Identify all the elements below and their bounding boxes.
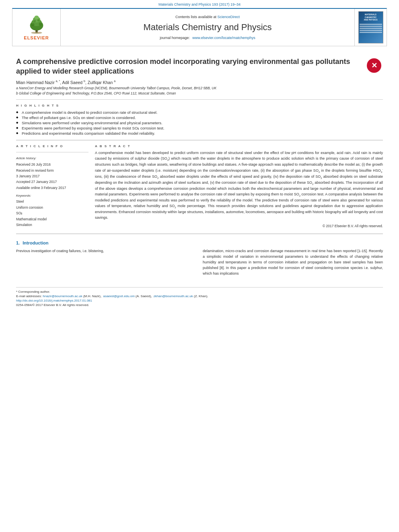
keyword-3: SO₂ [16,210,88,216]
history-entry-5: Available online 3 February 2017 [16,185,88,191]
article-history-label: Article history: [16,156,88,160]
history-entry-2: Received in revised form [16,168,88,173]
intro-left-text: Previous investigation of coating failur… [16,249,196,254]
footer-issn: 0254-0584/© 2017 Elsevier B.V. All right… [16,303,383,307]
svg-point-9 [37,19,39,21]
keyword-4: Mathematical model [16,216,88,222]
cover-title-line3: AND PHYSICS [364,18,377,21]
abstract-column: A B S T R A C T A comprehensive model ha… [95,144,383,228]
keyword-2: Uniform corrosion [16,205,88,210]
highlights-section: H I G H L I G H T S A comprehensive mode… [16,104,383,136]
article-title: A comprehensive predictive corrosion mod… [16,57,363,76]
highlight-item-2: The effect of pollutant gas i.e. SO₂ on … [16,115,383,120]
section-title-introduction: 1. Introduction [16,240,383,245]
elsevier-tree-icon [25,14,49,35]
svg-point-7 [39,23,41,25]
journal-header-right: MATERIALS CHEMISTRY AND PHYSICS [354,9,387,46]
journal-citation: Materials Chemistry and Physics 193 (201… [158,2,241,6]
footer-email-line: E-mail addresses: hnazir@bournemouth.ac.… [16,294,383,298]
footer-email-1[interactable]: hnazir@bournemouth.ac.uk [43,294,82,298]
keyword-1: Steel [16,199,88,204]
journal-header-center: Contents lists available at ScienceDirec… [61,9,354,46]
journal-meta-top: Materials Chemistry and Physics 193 (201… [0,0,399,8]
svg-point-8 [33,20,35,22]
footer-email-1-name: (M.H. Nazir), [83,294,101,298]
keyword-5: Simulation [16,222,88,228]
footer-email-3-suffix: (Z. Khan). [194,294,208,298]
footer-email-3[interactable]: zkhan@bournemouth.ac.uk [154,294,193,298]
svg-point-6 [31,23,34,26]
page: Materials Chemistry and Physics 193 (201… [0,0,399,532]
journal-header-left: ELSEVIER [12,9,61,46]
affiliation-a: a NanoCorr Energy and Modelling Research… [16,86,383,90]
highlights-list: A comprehensive model is developed to pr… [16,110,383,136]
authors-line: Mian Hammad Nazir a, *, Adil Saeed b, Zu… [16,80,383,85]
highlight-item-5: Predictions and experimental results com… [16,131,383,136]
history-entry-4: Accepted 27 January 2017 [16,179,88,185]
abstract-label: A B S T R A C T [95,144,383,148]
crossmark-icon[interactable]: ✕ [367,58,381,73]
highlight-item-1: A comprehensive model is developed to pr… [16,110,383,115]
article-history-entries: Received 26 July 2016 Received in revise… [16,162,88,191]
author-affil-b: b [84,80,85,82]
footer-email-2-suffix: (A. Saeed), [136,294,152,298]
history-entry-3: 3 January 2017 [16,173,88,179]
copyright-notice: © 2017 Elsevier B.V. All rights reserved… [95,224,383,228]
intro-right-text: delamination, micro-cracks and corrosion… [203,249,383,277]
svg-point-1 [31,32,42,34]
footer-email-2[interactable]: asaeed@gcet.edu.om [103,294,134,298]
introduction-left-col: Previous investigation of coating failur… [16,249,196,277]
introduction-section: 1. Introduction Previous investigation o… [16,240,383,277]
footer-doi-link[interactable]: http://dx.doi.org/10.1016/j.matchemphys.… [16,299,92,302]
author-affil-c: a [114,80,115,82]
sciencedirect-anchor[interactable]: ScienceDirect [218,15,240,19]
highlight-item-4: Experiments were performed by exposing s… [16,125,383,131]
svg-point-10 [35,30,37,32]
introduction-right-col: delamination, micro-cracks and corrosion… [203,249,383,277]
introduction-columns: Previous investigation of coating failur… [16,249,383,277]
abstract-text: A comprehensive model has been developed… [95,150,383,221]
article-info-abstract: A R T I C L E I N F O Article history: R… [16,144,383,228]
elsevier-logo: ELSEVIER [24,14,49,40]
article-info-column: A R T I C L E I N F O Article history: R… [16,144,88,228]
divider-3 [16,234,383,234]
journal-homepage-link[interactable]: www.elsevier.com/locate/matchemphys [192,36,255,40]
main-content: A comprehensive predictive corrosion mod… [0,46,399,281]
divider-1 [16,99,383,100]
journal-homepage: journal homepage: www.elsevier.com/locat… [160,36,255,40]
article-info-label: A R T I C L E I N F O [16,144,88,148]
keywords-label: Keywords: [16,194,88,197]
highlight-item-3: Simulations were performed under varying… [16,120,383,125]
author-affil-a: a, * [56,80,60,82]
divider-2 [16,140,383,140]
affiliation-b: b Global College of Engineering and Tech… [16,91,383,95]
elsevier-brand-text: ELSEVIER [24,35,49,40]
footer-doi[interactable]: http://dx.doi.org/10.1016/j.matchemphys.… [16,299,383,302]
journal-cover-image: MATERIALS CHEMISTRY AND PHYSICS [358,11,383,43]
page-footer: * Corresponding author. E-mail addresses… [16,287,383,307]
article-title-section: A comprehensive predictive corrosion mod… [16,57,383,76]
sciencedirect-link[interactable]: Contents lists available at ScienceDirec… [175,15,240,19]
cover-decorative-lines [360,23,382,34]
footer-corresponding-note: * Corresponding author. [16,290,383,294]
journal-title: Materials Chemistry and Physics [143,22,271,33]
keywords-list: Steel Uniform corrosion SO₂ Mathematical… [16,199,88,228]
crossmark-container[interactable]: ✕ [367,57,383,73]
svg-point-5 [34,16,39,19]
journal-header: ELSEVIER Contents lists available at Sci… [12,8,387,46]
history-entry-1: Received 26 July 2016 [16,162,88,167]
footer-email-label: E-mail addresses: [16,294,43,298]
divider-info [16,152,88,152]
highlights-label: H I G H L I G H T S [16,104,383,107]
